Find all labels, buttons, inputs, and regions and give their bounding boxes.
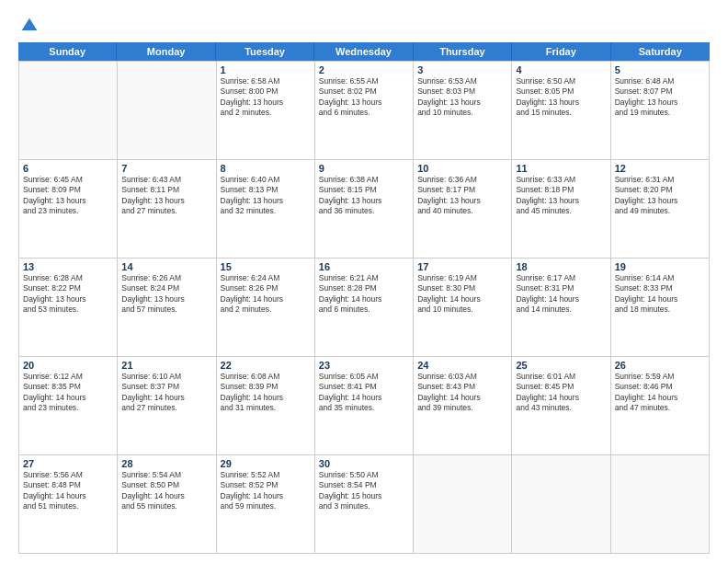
logo — [18, 17, 39, 35]
calendar-row: 1Sunrise: 6:58 AM Sunset: 8:00 PM Daylig… — [19, 62, 710, 160]
day-number: 27 — [23, 458, 113, 469]
calendar-cell — [611, 455, 710, 554]
day-info: Sunrise: 6:21 AM Sunset: 8:28 PM Dayligh… — [319, 273, 409, 316]
calendar-cell: 1Sunrise: 6:58 AM Sunset: 8:00 PM Daylig… — [217, 62, 315, 160]
day-info: Sunrise: 6:50 AM Sunset: 8:05 PM Dayligh… — [516, 76, 606, 119]
day-number: 10 — [417, 163, 507, 174]
day-info: Sunrise: 5:50 AM Sunset: 8:54 PM Dayligh… — [319, 470, 409, 512]
calendar-row: 27Sunrise: 5:56 AM Sunset: 8:48 PM Dayli… — [19, 455, 710, 554]
calendar-row: 20Sunrise: 6:12 AM Sunset: 8:35 PM Dayli… — [19, 357, 710, 455]
day-number: 4 — [516, 64, 606, 75]
calendar-cell: 22Sunrise: 6:08 AM Sunset: 8:39 PM Dayli… — [217, 357, 315, 455]
day-info: Sunrise: 6:12 AM Sunset: 8:35 PM Dayligh… — [23, 372, 113, 414]
day-info: Sunrise: 6:03 AM Sunset: 8:43 PM Dayligh… — [417, 372, 507, 414]
header — [18, 17, 710, 35]
calendar-cell — [19, 62, 118, 160]
day-number: 13 — [23, 261, 113, 272]
calendar-cell: 23Sunrise: 6:05 AM Sunset: 8:41 PM Dayli… — [315, 357, 414, 455]
calendar-cell: 15Sunrise: 6:24 AM Sunset: 8:26 PM Dayli… — [217, 259, 315, 357]
calendar-row: 6Sunrise: 6:45 AM Sunset: 8:09 PM Daylig… — [19, 160, 710, 259]
weekday-header: Sunday — [18, 42, 117, 61]
day-info: Sunrise: 6:26 AM Sunset: 8:24 PM Dayligh… — [121, 273, 211, 316]
calendar-cell — [118, 62, 216, 160]
calendar-cell — [512, 455, 610, 554]
day-number: 29 — [221, 458, 311, 469]
calendar-cell: 6Sunrise: 6:45 AM Sunset: 8:09 PM Daylig… — [19, 160, 118, 259]
day-info: Sunrise: 6:19 AM Sunset: 8:30 PM Dayligh… — [417, 273, 507, 316]
day-info: Sunrise: 6:33 AM Sunset: 8:18 PM Dayligh… — [516, 175, 606, 217]
calendar-cell: 7Sunrise: 6:43 AM Sunset: 8:11 PM Daylig… — [118, 160, 216, 259]
day-info: Sunrise: 6:36 AM Sunset: 8:17 PM Dayligh… — [417, 175, 507, 217]
day-number: 8 — [221, 163, 311, 174]
day-number: 30 — [319, 458, 409, 469]
day-number: 25 — [516, 360, 606, 371]
day-info: Sunrise: 6:58 AM Sunset: 8:00 PM Dayligh… — [221, 76, 311, 119]
calendar-header: SundayMondayTuesdayWednesdayThursdayFrid… — [18, 42, 710, 61]
day-number: 21 — [121, 360, 211, 371]
page: SundayMondayTuesdayWednesdayThursdayFrid… — [0, 0, 728, 563]
calendar-cell: 4Sunrise: 6:50 AM Sunset: 8:05 PM Daylig… — [512, 62, 610, 160]
calendar-cell: 8Sunrise: 6:40 AM Sunset: 8:13 PM Daylig… — [217, 160, 315, 259]
calendar-cell: 30Sunrise: 5:50 AM Sunset: 8:54 PM Dayli… — [315, 455, 414, 554]
day-number: 23 — [319, 360, 409, 371]
day-number: 5 — [615, 64, 705, 75]
calendar-cell: 3Sunrise: 6:53 AM Sunset: 8:03 PM Daylig… — [414, 62, 512, 160]
calendar-cell: 25Sunrise: 6:01 AM Sunset: 8:45 PM Dayli… — [512, 357, 610, 455]
day-number: 26 — [615, 360, 705, 371]
day-number: 19 — [615, 261, 705, 272]
day-number: 3 — [417, 64, 507, 75]
calendar-cell: 5Sunrise: 6:48 AM Sunset: 8:07 PM Daylig… — [611, 62, 710, 160]
day-info: Sunrise: 5:56 AM Sunset: 8:48 PM Dayligh… — [23, 470, 113, 512]
calendar-cell: 26Sunrise: 5:59 AM Sunset: 8:46 PM Dayli… — [611, 357, 710, 455]
day-number: 24 — [417, 360, 507, 371]
day-info: Sunrise: 6:08 AM Sunset: 8:39 PM Dayligh… — [221, 372, 311, 414]
weekday-header: Friday — [512, 42, 610, 61]
weekday-header: Saturday — [611, 42, 710, 61]
day-number: 16 — [319, 261, 409, 272]
calendar-cell: 9Sunrise: 6:38 AM Sunset: 8:15 PM Daylig… — [315, 160, 414, 259]
calendar: SundayMondayTuesdayWednesdayThursdayFrid… — [18, 42, 710, 554]
day-number: 22 — [221, 360, 311, 371]
calendar-cell: 10Sunrise: 6:36 AM Sunset: 8:17 PM Dayli… — [414, 160, 512, 259]
calendar-cell: 29Sunrise: 5:52 AM Sunset: 8:52 PM Dayli… — [217, 455, 315, 554]
day-number: 28 — [121, 458, 211, 469]
day-number: 14 — [121, 261, 211, 272]
day-info: Sunrise: 6:55 AM Sunset: 8:02 PM Dayligh… — [319, 76, 409, 119]
day-number: 9 — [319, 163, 409, 174]
calendar-cell: 18Sunrise: 6:17 AM Sunset: 8:31 PM Dayli… — [512, 259, 610, 357]
day-info: Sunrise: 5:52 AM Sunset: 8:52 PM Dayligh… — [221, 470, 311, 512]
calendar-cell: 11Sunrise: 6:33 AM Sunset: 8:18 PM Dayli… — [512, 160, 610, 259]
calendar-cell: 14Sunrise: 6:26 AM Sunset: 8:24 PM Dayli… — [118, 259, 216, 357]
day-info: Sunrise: 6:24 AM Sunset: 8:26 PM Dayligh… — [221, 273, 311, 316]
calendar-cell: 27Sunrise: 5:56 AM Sunset: 8:48 PM Dayli… — [19, 455, 118, 554]
day-info: Sunrise: 6:01 AM Sunset: 8:45 PM Dayligh… — [516, 372, 606, 414]
calendar-cell: 20Sunrise: 6:12 AM Sunset: 8:35 PM Dayli… — [19, 357, 118, 455]
day-number: 18 — [516, 261, 606, 272]
day-info: Sunrise: 6:14 AM Sunset: 8:33 PM Dayligh… — [615, 273, 705, 316]
day-number: 1 — [221, 64, 311, 75]
day-info: Sunrise: 6:40 AM Sunset: 8:13 PM Dayligh… — [221, 175, 311, 217]
day-number: 12 — [615, 163, 705, 174]
day-number: 20 — [23, 360, 113, 371]
day-info: Sunrise: 5:59 AM Sunset: 8:46 PM Dayligh… — [615, 372, 705, 414]
weekday-header: Wednesday — [314, 42, 413, 61]
day-info: Sunrise: 6:31 AM Sunset: 8:20 PM Dayligh… — [615, 175, 705, 217]
day-info: Sunrise: 6:10 AM Sunset: 8:37 PM Dayligh… — [121, 372, 211, 414]
calendar-cell: 16Sunrise: 6:21 AM Sunset: 8:28 PM Dayli… — [315, 259, 414, 357]
day-number: 7 — [121, 163, 211, 174]
day-info: Sunrise: 6:43 AM Sunset: 8:11 PM Dayligh… — [121, 175, 211, 217]
day-info: Sunrise: 6:38 AM Sunset: 8:15 PM Dayligh… — [319, 175, 409, 217]
day-number: 15 — [221, 261, 311, 272]
svg-marker-0 — [22, 18, 38, 30]
day-number: 2 — [319, 64, 409, 75]
calendar-cell: 12Sunrise: 6:31 AM Sunset: 8:20 PM Dayli… — [611, 160, 710, 259]
calendar-cell: 2Sunrise: 6:55 AM Sunset: 8:02 PM Daylig… — [315, 62, 414, 160]
day-info: Sunrise: 5:54 AM Sunset: 8:50 PM Dayligh… — [121, 470, 211, 512]
day-info: Sunrise: 6:45 AM Sunset: 8:09 PM Dayligh… — [23, 175, 113, 217]
day-info: Sunrise: 6:17 AM Sunset: 8:31 PM Dayligh… — [516, 273, 606, 316]
calendar-cell: 17Sunrise: 6:19 AM Sunset: 8:30 PM Dayli… — [414, 259, 512, 357]
weekday-header: Thursday — [414, 42, 512, 61]
calendar-row: 13Sunrise: 6:28 AM Sunset: 8:22 PM Dayli… — [19, 259, 710, 357]
logo-icon — [20, 17, 39, 35]
calendar-cell: 13Sunrise: 6:28 AM Sunset: 8:22 PM Dayli… — [19, 259, 118, 357]
